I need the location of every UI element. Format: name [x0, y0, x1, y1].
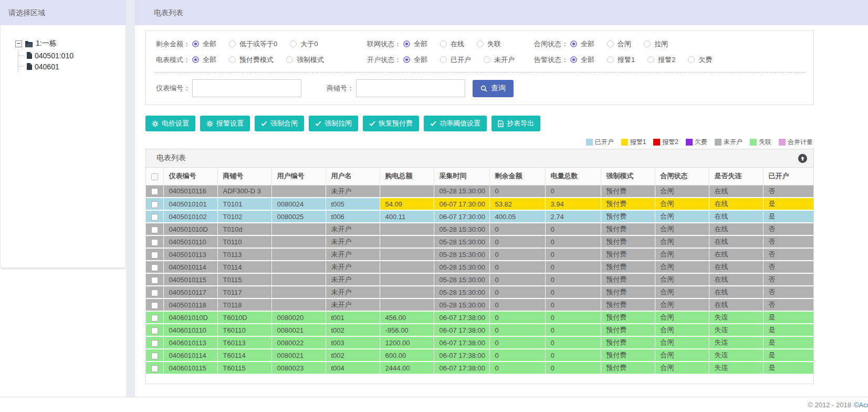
tree-root-node[interactable]: 1:一栋 — [15, 39, 126, 48]
tree-root-label[interactable]: 1:一栋 — [36, 39, 57, 48]
radio-icon[interactable] — [607, 56, 614, 63]
radio-option[interactable]: 全部 — [192, 55, 216, 65]
radio-option[interactable]: 报警1 — [607, 55, 635, 65]
action-button[interactable]: 恢复预付费 — [363, 116, 419, 131]
radio-option[interactable]: 在线 — [440, 39, 464, 49]
radio-option[interactable]: 全部 — [570, 55, 594, 65]
row-checkbox[interactable] — [151, 315, 158, 322]
action-button[interactable]: 功率阈值设置 — [424, 116, 487, 131]
radio-option-label: 全部 — [414, 39, 427, 49]
radio-icon[interactable] — [688, 56, 695, 63]
radio-option[interactable]: 拉闸 — [644, 39, 668, 49]
action-button[interactable]: 电价设置 — [145, 116, 195, 131]
row-checkbox[interactable] — [151, 252, 158, 259]
table-cell: -956.00 — [380, 324, 434, 336]
table-cell: t003 — [326, 336, 380, 349]
row-checkbox[interactable] — [151, 327, 158, 334]
tree-child-node[interactable]: 040501:010 — [18, 50, 126, 61]
radio-icon[interactable] — [403, 40, 410, 47]
row-checkbox[interactable] — [151, 277, 158, 284]
radio-icon[interactable] — [192, 40, 199, 47]
row-checkbox[interactable] — [151, 226, 158, 233]
radio-option-label: 全部 — [581, 55, 594, 65]
radio-icon[interactable] — [286, 56, 293, 63]
table-cell: 0 — [489, 235, 545, 248]
radio-option[interactable]: 未开户 — [484, 55, 515, 65]
row-checkbox[interactable] — [151, 188, 158, 195]
table-cell: 0405010110 — [163, 235, 217, 248]
table-cell: 0 — [545, 311, 601, 324]
action-button[interactable]: 强制拉闸 — [309, 116, 358, 131]
row-checkbox[interactable] — [151, 214, 158, 221]
radio-option[interactable]: 失联 — [477, 39, 501, 49]
radio-icon[interactable] — [570, 56, 577, 63]
radio-option[interactable]: 全部 — [192, 39, 216, 49]
table-cell: 预付费 — [601, 349, 655, 362]
radio-icon[interactable] — [607, 40, 614, 47]
row-checkbox[interactable] — [151, 264, 158, 271]
row-checkbox[interactable] — [151, 201, 158, 208]
radio-option-label: 强制模式 — [297, 55, 324, 65]
separator — [154, 72, 805, 73]
row-checkbox[interactable] — [151, 340, 158, 347]
action-button[interactable]: 强制合闸 — [255, 116, 304, 131]
select-all-checkbox[interactable] — [151, 173, 158, 180]
radio-option[interactable]: 全部 — [403, 55, 427, 65]
radio-icon[interactable] — [440, 56, 447, 63]
radio-icon[interactable] — [647, 56, 654, 63]
radio-option[interactable]: 全部 — [403, 39, 427, 49]
radio-icon[interactable] — [440, 40, 447, 47]
action-button[interactable]: 抄表导出 — [491, 116, 540, 131]
filter-group: 开户状态：全部已开户未开户 — [363, 55, 530, 65]
action-button[interactable]: 报警设置 — [200, 116, 250, 131]
row-checkbox[interactable] — [151, 365, 158, 372]
radio-icon[interactable] — [290, 40, 297, 47]
radio-icon[interactable] — [229, 56, 236, 63]
filter-group-label: 剩余金额： — [152, 39, 190, 49]
radio-option[interactable]: 合闸 — [607, 39, 631, 49]
radio-icon[interactable] — [229, 40, 236, 47]
radio-icon[interactable] — [477, 40, 484, 47]
tree-child-node[interactable]: 040601 — [18, 61, 126, 72]
table-cell: 否 — [763, 298, 813, 311]
gear-icon — [206, 120, 213, 127]
table-cell — [271, 223, 326, 235]
radio-option[interactable]: 强制模式 — [286, 55, 324, 65]
radio-icon[interactable] — [403, 56, 410, 63]
radio-option[interactable]: 大于0 — [290, 39, 318, 49]
table-cell: 是 — [763, 311, 813, 324]
tree-child-label[interactable]: 040601 — [35, 63, 59, 71]
search-button[interactable]: 查询 — [473, 80, 514, 97]
table-cell: 预付费 — [601, 324, 655, 336]
collapse-panel-button[interactable] — [798, 154, 807, 163]
row-checkbox[interactable] — [151, 290, 158, 296]
radio-option[interactable]: 预付费模式 — [229, 55, 274, 65]
radio-option[interactable]: 全部 — [570, 39, 594, 49]
table-cell: 在线 — [709, 273, 763, 286]
radio-option[interactable]: 低于或等于0 — [229, 39, 277, 49]
table-cell: 05-28 15:30:00 — [434, 298, 489, 311]
copyright-link[interactable]: ©Acr — [854, 401, 868, 409]
radio-icon[interactable] — [644, 40, 651, 47]
row-checkbox[interactable] — [151, 239, 158, 246]
action-button-label: 抄表导出 — [507, 119, 534, 128]
row-checkbox[interactable] — [151, 302, 158, 309]
table-cell: T60114 — [217, 349, 271, 362]
shop-no-input[interactable] — [356, 79, 465, 97]
radio-icon[interactable] — [192, 56, 199, 63]
radio-icon[interactable] — [570, 40, 577, 47]
radio-option-label: 全部 — [203, 39, 216, 49]
row-checkbox[interactable] — [151, 353, 158, 359]
radio-option[interactable]: 报警2 — [647, 55, 675, 65]
tree-child-label[interactable]: 040501:010 — [35, 52, 74, 60]
collapse-toggle-icon[interactable] — [15, 40, 22, 47]
radio-option[interactable]: 已开户 — [440, 55, 471, 65]
table-cell: T0102 — [217, 210, 271, 223]
meter-no-input[interactable] — [192, 79, 301, 97]
action-button-label: 电价设置 — [162, 119, 189, 128]
radio-option[interactable]: 欠费 — [688, 55, 712, 65]
radio-option-label: 在线 — [451, 39, 464, 49]
table-cell: 0 — [489, 311, 545, 324]
radio-icon[interactable] — [484, 56, 490, 63]
table-cell: 06-07 17:38:00 — [434, 324, 489, 336]
